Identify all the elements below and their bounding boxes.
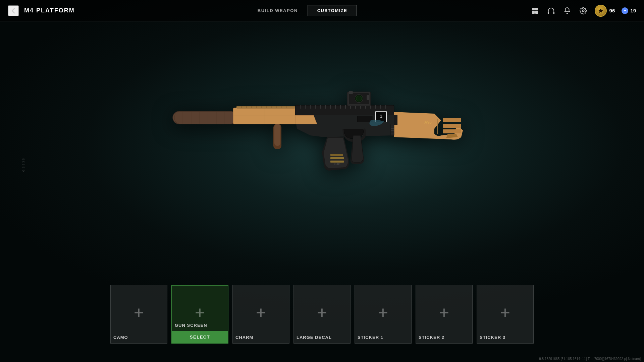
svg-point-55 [356, 96, 362, 101]
header-left: M4 PLATFORM [8, 5, 75, 16]
settings-icon[interactable] [579, 6, 588, 15]
avatar [595, 5, 607, 17]
svg-rect-5 [553, 12, 554, 14]
header-bar: M4 PLATFORM BUILD WEAPON CUSTOMIZE [0, 0, 644, 21]
svg-rect-57 [367, 95, 369, 100]
slot-sticker-3[interactable]: + STICKER 3 [477, 285, 534, 344]
svg-rect-32 [274, 124, 280, 146]
svg-rect-71 [443, 129, 461, 133]
svg-rect-1 [535, 8, 538, 10]
slot-large-decal-label: LARGE DECAL [294, 331, 350, 343]
slot-sticker-2[interactable]: + STICKER 2 [416, 285, 473, 344]
svg-rect-66 [330, 157, 344, 159]
header-right: 96 ✦ 19 [530, 5, 636, 17]
svg-text:A96: A96 [424, 120, 432, 125]
player-info: 96 [595, 5, 615, 17]
slot-sticker-1-label: STICKER 1 [355, 331, 411, 343]
svg-rect-4 [548, 12, 549, 14]
customization-bar: + CAMO + GUN SCREEN SELECT + CHARM + LAR… [0, 285, 644, 352]
slot-camo[interactable]: + CAMO [110, 285, 167, 344]
back-button[interactable] [8, 5, 19, 16]
slot-sticker-1[interactable]: + STICKER 1 [355, 285, 412, 344]
slot-charm-plus-icon: + [256, 304, 266, 321]
svg-point-6 [582, 10, 584, 12]
slot-gun-screen-plus-icon: + [195, 304, 205, 321]
weapon-display: 1 2 3 K1021 A96 [0, 21, 644, 216]
slot-charm[interactable]: + CHARM [232, 285, 289, 344]
svg-rect-67 [330, 154, 343, 156]
slot-camo-plus-icon: + [134, 304, 144, 321]
player-level: 96 [609, 8, 615, 13]
svg-rect-69 [443, 118, 461, 122]
svg-rect-73 [394, 115, 397, 125]
cp-amount: 19 [630, 8, 636, 13]
slot-camo-label: CAMO [111, 331, 167, 343]
select-button[interactable]: SELECT [172, 331, 228, 343]
svg-text:1: 1 [380, 114, 382, 119]
side-decoration: GS235 [22, 157, 25, 172]
slot-sticker-1-plus-icon: + [378, 304, 388, 321]
slot-large-decal-plus-icon: + [317, 304, 327, 321]
tab-customize[interactable]: CUSTOMIZE [308, 5, 357, 16]
svg-rect-20 [236, 106, 295, 108]
version-info: 9.8.13291665 [51:105:1614+11] Tm [7000][… [539, 357, 641, 361]
nav-tabs: BUILD WEAPON CUSTOMIZE [248, 5, 357, 16]
page-title: M4 PLATFORM [24, 7, 75, 14]
svg-rect-3 [535, 11, 538, 14]
svg-rect-65 [330, 161, 344, 163]
cod-points: ✦ 19 [622, 7, 636, 14]
grid-icon[interactable] [530, 6, 540, 15]
svg-rect-56 [349, 91, 353, 94]
slot-sticker-3-plus-icon: + [500, 304, 510, 321]
svg-rect-70 [443, 124, 461, 128]
svg-rect-2 [532, 11, 535, 14]
svg-rect-0 [532, 8, 535, 10]
cp-icon: ✦ [622, 7, 628, 14]
slot-sticker-2-label: STICKER 2 [416, 331, 472, 343]
slot-gun-screen[interactable]: + GUN SCREEN SELECT [171, 285, 228, 344]
tab-build-weapon[interactable]: BUILD WEAPON [248, 5, 308, 16]
bell-icon[interactable] [562, 6, 572, 15]
headset-icon[interactable] [546, 6, 556, 15]
slot-charm-label: CHARM [233, 331, 289, 343]
slot-sticker-2-plus-icon: + [439, 304, 449, 321]
slot-sticker-3-label: STICKER 3 [477, 331, 533, 343]
slot-large-decal[interactable]: + LARGE DECAL [293, 285, 351, 344]
svg-rect-58 [357, 116, 372, 122]
svg-text:K1021: K1021 [334, 163, 340, 165]
weapon-svg: 1 2 3 K1021 A96 [163, 62, 481, 176]
svg-rect-7 [173, 111, 236, 124]
